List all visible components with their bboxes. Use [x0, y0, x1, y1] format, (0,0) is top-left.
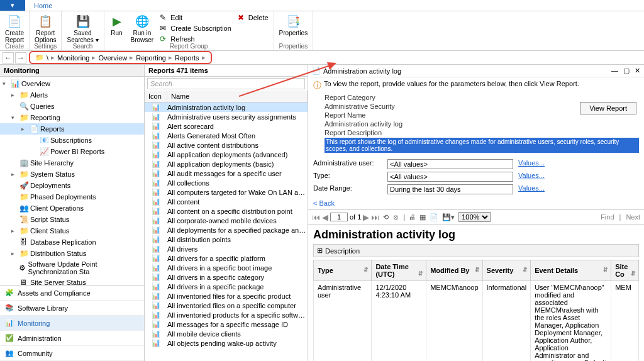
sort-icon[interactable]: ⇵ [364, 267, 369, 273]
breadcrumb-reporting[interactable]: Reporting [136, 54, 166, 62]
list-item[interactable]: 📊All drivers in a specific boot image [145, 263, 308, 272]
wunderbar-software-library[interactable]: 📚Software Library [0, 301, 144, 316]
print-icon[interactable]: 🖨 [409, 213, 416, 221]
page-input[interactable] [330, 213, 348, 221]
tree-item-queries[interactable]: 🔍Queries [0, 101, 144, 112]
sort-icon[interactable]: ⇵ [523, 267, 528, 273]
list-item[interactable]: 📊All deployments for a specified package… [145, 225, 308, 235]
tree-item-system-status[interactable]: ▸📁System Status [0, 169, 144, 180]
list-item[interactable]: 📊All collections [145, 178, 308, 187]
list-item[interactable]: 📊All computers targeted for Wake On LAN … [145, 187, 308, 197]
stop-icon[interactable]: ⦻ [392, 213, 399, 221]
tab-home[interactable]: Home [25, 1, 61, 11]
col-event-details[interactable]: Event Details⇵ [531, 260, 611, 281]
next-page-button[interactable]: ▶ [363, 213, 369, 222]
param-admin-user-input[interactable] [387, 159, 513, 169]
list-item[interactable]: 📊All content on a specific distribution … [145, 206, 308, 216]
tree-item-power-bi-reports[interactable]: 📈Power BI Reports [0, 146, 144, 157]
find-link[interactable]: Find [601, 213, 614, 221]
table-row[interactable]: Administrative user12/1/2020 4:23:10 AMM… [314, 281, 639, 362]
tree-item-client-operations[interactable]: 👥Client Operations [0, 203, 144, 214]
param-type-values-link[interactable]: Values... [518, 172, 562, 182]
tree-item-client-status[interactable]: ▸📁Client Status [0, 225, 144, 236]
expander-icon[interactable]: ▾ [11, 114, 18, 121]
breadcrumb-monitoring[interactable]: Monitoring [57, 54, 89, 62]
delete-button[interactable]: ✖Delete [236, 13, 270, 23]
prev-page-button[interactable]: ◀ [322, 213, 328, 222]
tree-item-script-status[interactable]: 📜Script Status [0, 214, 144, 225]
col-icon[interactable]: Icon [145, 91, 167, 102]
list-item[interactable]: 📊All application deployments (advanced) [145, 150, 308, 159]
param-date-values-link[interactable]: Values... [518, 184, 562, 194]
tree-item-deployments[interactable]: 🚀Deployments [0, 180, 144, 191]
sort-icon[interactable]: ⇵ [603, 267, 608, 273]
tree-item-subscriptions[interactable]: 📧Subscriptions [0, 135, 144, 146]
list-item[interactable]: 📊Administration activity log [145, 103, 308, 112]
col-type[interactable]: Type⇵ [314, 260, 372, 281]
list-item[interactable]: 📊All application deployments (basic) [145, 159, 308, 169]
create-report-button[interactable]: 📄 CreateReport [4, 13, 25, 45]
search-input[interactable]: Search [147, 78, 305, 89]
param-type-input[interactable] [387, 172, 513, 182]
tree-item-reports[interactable]: ▸📄Reports [0, 123, 144, 135]
sort-icon[interactable]: ⇵ [631, 270, 636, 277]
col-site-co[interactable]: Site Co⇵ [611, 260, 639, 281]
close-button[interactable]: ✕ [635, 67, 640, 75]
tree-item-site-hierarchy[interactable]: 🏢Site Hierarchy [0, 157, 144, 169]
expander-icon[interactable]: ▾ [3, 81, 9, 87]
list-item[interactable]: 📊All messages for a specific message ID [145, 319, 308, 329]
wunderbar-community[interactable]: 👥Community [0, 346, 144, 361]
list-item[interactable]: 📊All active content distributions [145, 140, 308, 150]
run-browser-button[interactable]: 🌐 Run inBrowser [130, 13, 155, 45]
maximize-button[interactable]: ▢ [623, 67, 630, 75]
app-menu-dropdown[interactable]: ▾ [0, 0, 25, 11]
list-item[interactable]: 📊Alerts Generated Most Often [145, 131, 308, 140]
back-link[interactable]: < Back [313, 199, 335, 207]
list-item[interactable]: 📊All inventoried files on a specific com… [145, 301, 308, 310]
breadcrumb-reports[interactable]: Reports [175, 54, 199, 62]
list-item[interactable]: 📊All drivers for a specific platform [145, 253, 308, 263]
nav-back-button[interactable]: ← [3, 52, 14, 64]
expander-icon[interactable]: ▸ [11, 228, 18, 234]
col-date-time-utc-[interactable]: Date Time (UTC)⇵ [372, 260, 426, 281]
minimize-button[interactable]: — [611, 67, 618, 75]
col-name[interactable]: Name [167, 91, 308, 102]
expander-icon[interactable]: ▸ [11, 250, 18, 257]
tree-item-reporting[interactable]: ▾📁Reporting [0, 112, 144, 123]
list-item[interactable]: 📊All drivers in a specific package [145, 282, 308, 291]
wunderbar-assets-and-compliance[interactable]: 🧩Assets and Compliance [0, 286, 144, 301]
page-setup-icon[interactable]: 📄 [430, 213, 438, 221]
breadcrumb-overview[interactable]: Overview [98, 54, 127, 62]
expander-icon[interactable]: ▸ [11, 92, 18, 98]
properties-button[interactable]: 📑 Properties [278, 13, 309, 38]
sort-icon[interactable]: ⇵ [475, 267, 480, 273]
list-item[interactable]: 📊All audit messages for a specific user [145, 169, 308, 178]
description-toggle[interactable]: ⊞ Description [313, 244, 639, 257]
list-item[interactable]: 📊All content [145, 197, 308, 206]
last-page-button[interactable]: ⏭ [371, 213, 379, 222]
tree-item-alerts[interactable]: ▸📁Alerts [0, 89, 144, 101]
sort-icon[interactable]: ⇵ [418, 270, 423, 277]
nav-forward-button[interactable]: → [15, 52, 26, 64]
list-item[interactable]: 📊All corporate-owned mobile devices [145, 216, 308, 225]
tree-item-distribution-status[interactable]: ▸📁Distribution Status [0, 248, 144, 259]
zoom-select[interactable]: 100% [458, 212, 491, 222]
list-item[interactable]: 📊All distribution points [145, 235, 308, 244]
col-modified-by[interactable]: Modified By⇵ [426, 260, 482, 281]
saved-searches-button[interactable]: 💾 SavedSearches ▾ [65, 13, 99, 45]
tree-item-database-replication[interactable]: 🗄Database Replication [0, 236, 144, 248]
list-item[interactable]: 📊Administrative users security assignmen… [145, 112, 308, 121]
list-item[interactable]: 📊All objects pending wake-up activity [145, 338, 308, 348]
list-item[interactable]: 📊All drivers [145, 244, 308, 253]
list-item[interactable]: 📊All inventoried files for a specific pr… [145, 291, 308, 301]
col-severity[interactable]: Severity⇵ [482, 260, 531, 281]
list-item[interactable]: 📊All mobile device clients [145, 329, 308, 338]
tree-item-software-update-point-synchronization-sta[interactable]: ⚙Software Update Point Synchronization S… [0, 259, 144, 277]
view-report-button[interactable]: View Report [580, 102, 636, 114]
list-item[interactable]: 📊Alert scorecard [145, 121, 308, 131]
expander-icon[interactable]: ▸ [21, 126, 28, 132]
layout-icon[interactable]: ▦ [419, 213, 426, 221]
tree-item-site-server-status[interactable]: 🖥Site Server Status [0, 277, 144, 285]
run-button[interactable]: ▶ Run [108, 13, 126, 38]
list-item[interactable]: 📊All drivers in a specific category [145, 272, 308, 282]
